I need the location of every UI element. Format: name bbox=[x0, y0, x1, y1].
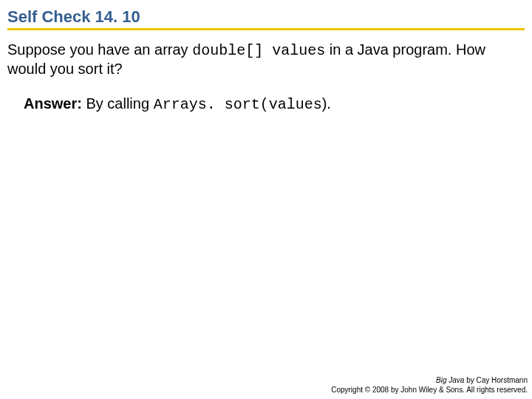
answer-label: Answer: bbox=[24, 95, 82, 112]
slide-title: Self Check 14. 10 bbox=[7, 7, 525, 27]
footer-book: Big Java bbox=[436, 376, 464, 384]
answer-pre: By calling bbox=[82, 95, 154, 112]
footer-line-1: Big Java by Cay Horstmann bbox=[331, 376, 528, 386]
footer: Big Java by Cay Horstmann Copyright © 20… bbox=[331, 376, 528, 395]
question: Suppose you have an array double[] value… bbox=[7, 41, 525, 78]
slide-body: Suppose you have an array double[] value… bbox=[0, 30, 532, 114]
question-code: double[] values bbox=[192, 42, 325, 59]
title-block: Self Check 14. 10 bbox=[0, 0, 532, 30]
answer-post: ). bbox=[322, 95, 331, 112]
footer-byline: by Cay Horstmann bbox=[464, 376, 528, 384]
answer-code: Arrays. sort(values bbox=[154, 96, 322, 113]
slide: Self Check 14. 10 Suppose you have an ar… bbox=[0, 0, 532, 399]
answer: Answer: By calling Arrays. sort(values). bbox=[7, 95, 525, 114]
footer-copyright: Copyright © 2008 by John Wiley & Sons. A… bbox=[331, 386, 528, 395]
question-pre: Suppose you have an array bbox=[7, 41, 192, 58]
